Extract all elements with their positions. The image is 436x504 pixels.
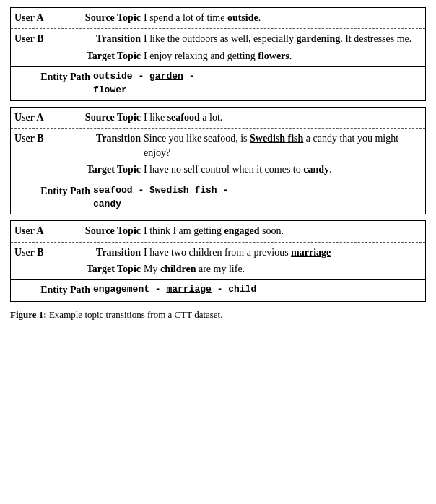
example-block-3: User A Source Topic I think I am getting… [10, 220, 426, 301]
figure-caption-text: Example topic transitions from a CTT dat… [49, 309, 223, 320]
example-block-2: User A Source Topic I like seafood a lot… [10, 107, 426, 215]
user-b-label-1: User B [11, 29, 61, 66]
source-topic-row-2: Source Topic I like seafood a lot. [66, 110, 421, 125]
transition-label-3: Transition [66, 246, 144, 260]
target-topic-label-1: Target Topic [66, 49, 144, 64]
user-b-content-1: Transition I like the outdoors as well, … [61, 29, 425, 66]
transition-text-3: I have two children from a previous marr… [144, 246, 421, 260]
user-a-row-1: User A Source Topic I spend a lot of tim… [11, 8, 425, 29]
target-topic-text-3: My children are my life. [144, 262, 421, 277]
entity-path-label-2: Entity Path [15, 184, 93, 212]
target-topic-text-2: I have no self control when it comes to … [144, 162, 421, 177]
source-topic-row-1: Source Topic I spend a lot of time outsi… [66, 11, 421, 25]
user-b-row-2: User B Transition Since you like seafood… [11, 129, 425, 181]
user-a-label-2: User A [11, 108, 61, 128]
user-b-label-3: User B [11, 243, 61, 280]
user-a-row-2: User A Source Topic I like seafood a lot… [11, 108, 425, 129]
user-b-row-1: User B Transition I like the outdoors as… [11, 29, 425, 67]
transition-row-3: Transition I have two children from a pr… [66, 246, 421, 260]
user-a-label-1: User A [11, 8, 61, 28]
target-topic-row-2: Target Topic I have no self control when… [66, 162, 421, 177]
user-b-content-3: Transition I have two children from a pr… [61, 243, 425, 280]
entity-path-row-3: Entity Path engagement - marriage - chil… [11, 280, 425, 300]
user-b-row-3: User B Transition I have two children fr… [11, 243, 425, 281]
source-topic-label-1: Source Topic [66, 11, 144, 25]
transition-row-1: Transition I like the outdoors as well, … [66, 32, 421, 46]
figure-caption: Figure 1: Example topic transitions from… [10, 308, 426, 322]
figure-container: User A Source Topic I spend a lot of tim… [10, 7, 426, 321]
user-a-content-1: Source Topic I spend a lot of time outsi… [61, 8, 425, 28]
transition-label-2: Transition [66, 131, 144, 161]
target-topic-label-2: Target Topic [66, 162, 144, 177]
source-topic-text-2: I like seafood a lot. [144, 110, 421, 125]
entity-path-content-3: engagement - marriage - child [93, 283, 421, 297]
source-topic-label-3: Source Topic [66, 224, 144, 238]
user-a-label-3: User A [11, 221, 61, 241]
target-topic-label-3: Target Topic [66, 262, 144, 277]
figure-label: Figure 1: [10, 309, 47, 320]
target-topic-row-3: Target Topic My children are my life. [66, 262, 421, 277]
entity-path-row-2: Entity Path seafood - Swedish fish -cand… [11, 181, 425, 214]
user-b-content-2: Transition Since you like seafood, is Sw… [61, 129, 425, 181]
source-topic-row-3: Source Topic I think I am getting engage… [66, 224, 421, 238]
entity-path-content-2: seafood - Swedish fish -candy [93, 184, 421, 212]
transition-row-2: Transition Since you like seafood, is Sw… [66, 131, 421, 161]
user-a-content-3: Source Topic I think I am getting engage… [61, 221, 425, 241]
user-a-row-3: User A Source Topic I think I am getting… [11, 221, 425, 242]
example-block-1: User A Source Topic I spend a lot of tim… [10, 7, 426, 101]
source-topic-text-3: I think I am getting engaged soon. [144, 224, 421, 238]
entity-path-row-1: Entity Path outside - garden -flower [11, 67, 425, 100]
transition-text-2: Since you like seafood, is Swedish fish … [144, 131, 421, 161]
source-topic-label-2: Source Topic [66, 110, 144, 125]
entity-path-label-3: Entity Path [15, 283, 93, 297]
entity-path-content-1: outside - garden -flower [93, 70, 421, 97]
user-b-label-2: User B [11, 129, 61, 181]
transition-label-1: Transition [66, 32, 144, 46]
source-topic-text-1: I spend a lot of time outside. [144, 11, 421, 25]
target-topic-text-1: I enjoy relaxing and getting flowers. [144, 49, 421, 64]
user-a-content-2: Source Topic I like seafood a lot. [61, 108, 425, 128]
entity-path-label-1: Entity Path [15, 70, 93, 97]
target-topic-row-1: Target Topic I enjoy relaxing and gettin… [66, 49, 421, 64]
transition-text-1: I like the outdoors as well, especially … [144, 32, 421, 46]
